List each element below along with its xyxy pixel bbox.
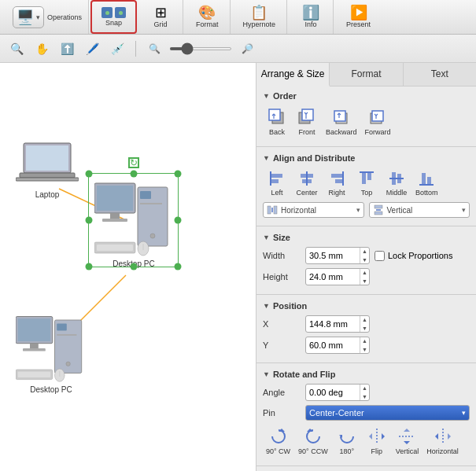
tab-arrange-size[interactable]: Arrange & Size bbox=[256, 63, 330, 86]
x-up[interactable]: ▲ bbox=[360, 315, 369, 324]
size-header[interactable]: ▼ Size bbox=[263, 233, 470, 242]
zoom-in-button[interactable]: 🔎 bbox=[237, 39, 257, 58]
info-button[interactable]: ℹ️ Info bbox=[295, 4, 327, 30]
angle-down[interactable]: ▼ bbox=[360, 392, 369, 401]
rotate-90ccw-icon bbox=[304, 427, 323, 446]
x-input[interactable] bbox=[306, 319, 360, 329]
svg-rect-61 bbox=[274, 206, 277, 214]
x-down[interactable]: ▼ bbox=[360, 324, 369, 333]
align-top-button[interactable]: Top bbox=[352, 167, 381, 199]
flip-button[interactable]: Flip bbox=[363, 425, 391, 458]
horizontal-label: Horizontal bbox=[281, 206, 353, 215]
rotate-180-button[interactable]: 180° bbox=[333, 425, 361, 458]
flip-vertical-button[interactable]: Vertical bbox=[393, 425, 422, 458]
svg-marker-70 bbox=[369, 433, 372, 440]
angle-up[interactable]: ▲ bbox=[360, 384, 369, 392]
align-left-button[interactable]: Left bbox=[263, 167, 291, 199]
operations-button[interactable]: 🖥️ ▾ bbox=[13, 6, 44, 28]
svg-rect-12 bbox=[110, 213, 120, 219]
align-arrow: ▼ bbox=[263, 154, 270, 162]
align-middle-button[interactable]: Middle bbox=[382, 167, 411, 199]
zoom-fit-button[interactable]: 🔍 bbox=[6, 39, 27, 58]
handle-mr[interactable] bbox=[175, 217, 182, 224]
angle-input[interactable] bbox=[306, 388, 360, 397]
align-center-button[interactable]: Center bbox=[293, 167, 321, 199]
size-section: ▼ Size Width ▲ ▼ Lock Proportions bbox=[256, 228, 476, 293]
align-right-label: Right bbox=[328, 189, 345, 197]
width-down[interactable]: ▼ bbox=[360, 256, 369, 264]
svg-rect-9 bbox=[140, 203, 162, 204]
canvas[interactable]: Laptop ↻ bbox=[0, 63, 256, 471]
snap-group: Snap bbox=[90, 0, 137, 34]
back-icon bbox=[268, 108, 286, 127]
tab-format[interactable]: Format bbox=[330, 63, 403, 86]
align-right-button[interactable]: Right bbox=[323, 167, 351, 199]
handle-br[interactable] bbox=[175, 263, 182, 270]
hypernote-button[interactable]: 📋 Hypernote bbox=[238, 4, 281, 30]
angle-label: Angle bbox=[263, 388, 301, 397]
pin-select[interactable]: Center-Center ▾ bbox=[305, 405, 470, 421]
zoom-out-button[interactable]: 🔍 bbox=[144, 39, 164, 58]
y-up[interactable]: ▲ bbox=[360, 337, 369, 345]
svg-marker-71 bbox=[382, 433, 385, 440]
svg-rect-46 bbox=[301, 174, 313, 178]
flip-icon bbox=[367, 427, 386, 446]
handle-tm[interactable] bbox=[130, 171, 137, 178]
y-input[interactable] bbox=[306, 340, 360, 350]
zoom-slider[interactable] bbox=[169, 47, 232, 50]
handle-tr[interactable] bbox=[175, 171, 182, 178]
height-input[interactable] bbox=[306, 272, 360, 281]
desktop-pc-2[interactable]: Desktop PC bbox=[16, 313, 87, 394]
grid-icon: ⊞ bbox=[155, 6, 167, 20]
y-down[interactable]: ▼ bbox=[360, 345, 369, 354]
desktop-pc-selected[interactable]: ↻ Desktop PC bbox=[94, 179, 173, 268]
lock-proportions-checkbox[interactable] bbox=[375, 251, 385, 261]
align-bottom-button[interactable]: Bottom bbox=[412, 167, 441, 199]
pen-button[interactable]: 🖊️ bbox=[82, 39, 102, 58]
rotate-header[interactable]: ▼ Rotate and Flip bbox=[263, 370, 470, 379]
info-label: Info bbox=[305, 20, 317, 28]
eyedropper-button[interactable]: 💉 bbox=[107, 39, 127, 58]
y-input-group: ▲ ▼ bbox=[305, 337, 370, 354]
front-button[interactable]: Front bbox=[293, 105, 321, 138]
svg-rect-59 bbox=[427, 177, 431, 184]
height-label: Height bbox=[263, 272, 301, 281]
present-group: ▶️ Present bbox=[335, 0, 382, 34]
handle-bl[interactable] bbox=[86, 263, 93, 270]
handle-ml[interactable] bbox=[86, 217, 93, 224]
height-up[interactable]: ▲ bbox=[360, 268, 369, 277]
horizontal-dropdown[interactable]: Horizontal ▾ bbox=[263, 202, 364, 218]
lock-proportions-label[interactable]: Lock Proportions bbox=[375, 251, 453, 261]
pan-button[interactable]: ✋ bbox=[31, 39, 52, 58]
present-icon: ▶️ bbox=[350, 6, 367, 20]
align-header[interactable]: ▼ Align and Distribute bbox=[263, 153, 470, 163]
width-stepper: ▲ ▼ bbox=[360, 247, 369, 264]
width-up[interactable]: ▲ bbox=[360, 247, 369, 256]
position-header[interactable]: ▼ Position bbox=[263, 301, 470, 311]
size-arrow: ▼ bbox=[263, 234, 270, 241]
format-button[interactable]: 🎨 Format bbox=[191, 4, 223, 30]
flip-horizontal-button[interactable]: Horizontal bbox=[423, 425, 462, 458]
x-stepper: ▲ ▼ bbox=[360, 315, 369, 333]
select-button[interactable]: ⬆️ bbox=[57, 39, 77, 58]
order-header[interactable]: ▼ Order bbox=[263, 91, 470, 101]
height-down[interactable]: ▼ bbox=[360, 277, 369, 285]
back-button[interactable]: Back bbox=[263, 105, 291, 138]
snap-button[interactable]: Snap bbox=[97, 6, 131, 28]
width-input[interactable] bbox=[306, 251, 360, 260]
rotate-90ccw-button[interactable]: 90° CCW bbox=[295, 425, 331, 458]
backward-button[interactable]: Backward bbox=[323, 105, 360, 138]
forward-button[interactable]: Forward bbox=[362, 105, 394, 138]
rotate-handle[interactable]: ↻ bbox=[128, 157, 139, 168]
tab-text[interactable]: Text bbox=[404, 63, 476, 86]
svg-rect-58 bbox=[422, 173, 426, 184]
present-button[interactable]: ▶️ Present bbox=[341, 4, 375, 30]
handle-tl[interactable] bbox=[86, 171, 93, 178]
divider-2 bbox=[256, 226, 476, 226]
rotate-90cw-button[interactable]: 90° CW bbox=[263, 425, 293, 458]
rotate-90cw-label: 90° CW bbox=[266, 447, 290, 455]
grid-button[interactable]: ⊞ Grid bbox=[145, 4, 176, 30]
laptop-object[interactable]: Laptop bbox=[16, 142, 79, 199]
align-bottom-label: Bottom bbox=[415, 189, 438, 197]
vertical-dropdown[interactable]: Vertical ▾ bbox=[369, 202, 470, 218]
